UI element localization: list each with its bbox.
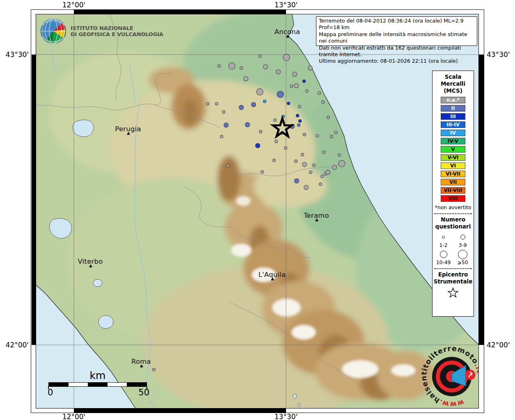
mercalli-swatch-viiviii: VII-VIII xyxy=(441,187,465,194)
coord-label-right: 43°30' xyxy=(487,50,510,59)
questionnaire-circle-icon xyxy=(458,250,467,259)
questionnaire-class-label: 10-49 xyxy=(436,260,451,265)
questionnaires-title-line1: Numero xyxy=(435,216,471,223)
coord-label-left: 42°00' xyxy=(2,341,29,349)
map-outer-border xyxy=(31,9,484,413)
questionnaire-key-row: 10-49⩾50 xyxy=(434,249,472,265)
epicenter-title-line2: Strumentale xyxy=(434,278,473,285)
earthquake-info-box: Terremoto del 08-04-2012 08:36:24 (ora l… xyxy=(316,16,477,46)
ingv-name-line2: DI GEOFISICA E VULCANOLOGIA xyxy=(71,31,163,38)
questionnaire-circle-box xyxy=(460,232,465,242)
info-line-data-source: Dati non verificati estratti da 162 ques… xyxy=(319,45,474,58)
coord-label-bottom: 13°30' xyxy=(275,413,298,420)
mercalli-swatch-viii: VIII xyxy=(441,195,465,202)
questionnaires-title-line2: questionari xyxy=(435,223,471,230)
ingv-globe-icon xyxy=(39,17,67,45)
scale-bar: km 0 50 xyxy=(48,370,147,397)
questionnaire-class-label: 1-2 xyxy=(439,242,447,248)
mercalli-swatch-vvi: V-VI xyxy=(441,154,465,161)
coord-label-right: 42°00' xyxy=(487,341,510,349)
coord-label-left: 43°30' xyxy=(2,50,29,59)
questionnaire-circle-box xyxy=(440,249,447,260)
legend-title-line3: (MCS) xyxy=(441,87,465,94)
coord-label-top: 13°30' xyxy=(275,1,298,9)
questionnaire-class-label: ⩾50 xyxy=(458,260,468,265)
mercalli-swatch-iv: IV xyxy=(441,130,465,136)
seismic-intensity-map-page: ? www.haisentitoilterremoto.it AnconaPer… xyxy=(0,0,515,420)
questionnaire-key-cell: ⩾50 xyxy=(453,249,472,265)
legend-divider-2 xyxy=(434,268,472,269)
legend-star-icon xyxy=(447,287,459,299)
info-line-map-type: Mappa preliminare delle intensità macros… xyxy=(319,31,474,45)
ingv-name-line1: ISTITUTO NAZIONALE xyxy=(71,25,163,32)
questionnaire-key-row: 1-23-9 xyxy=(434,232,472,248)
frame-segment-left xyxy=(32,55,36,345)
info-line-updated: Ultimo aggiornamento: 08-01-2026 22:11 (… xyxy=(319,58,474,64)
questionnaire-key-cell: 10-49 xyxy=(434,249,453,265)
legend-footnote: *non avvertito xyxy=(435,205,471,210)
questionnaire-class-label: 3-9 xyxy=(458,242,467,248)
mercalli-swatch-vii: VII xyxy=(441,179,465,185)
questionnaire-circle-icon xyxy=(460,235,465,240)
mercalli-swatch-na: n.a.* xyxy=(441,97,465,103)
scale-bar-start: 0 xyxy=(48,388,53,397)
frame-segment-bottom xyxy=(74,408,286,413)
questionnaire-key-cell: 1-2 xyxy=(434,232,453,248)
frame-segment-right xyxy=(479,55,484,345)
scale-bar-end: 50 xyxy=(138,388,149,397)
questionnaire-circle-icon xyxy=(440,251,447,258)
mercalli-scale-swatches: n.a.*IIIIIIII-IVIVIV-VVV-VIVIVI-VIIVIIVI… xyxy=(441,97,465,202)
ingv-logo: ISTITUTO NAZIONALE DI GEOFISICA E VULCAN… xyxy=(39,17,163,45)
questionnaire-circle-box xyxy=(458,249,467,260)
legend-title-line2: Mercalli xyxy=(441,80,465,87)
mercalli-swatch-ii: II xyxy=(441,105,465,112)
scale-bar-segments xyxy=(48,382,147,387)
coord-label-bottom: 12°00' xyxy=(62,413,85,420)
mercalli-swatch-v: V xyxy=(441,146,465,153)
legend-panel: Scala Mercalli (MCS) n.a.*IIIIIIII-IVIVI… xyxy=(432,71,474,317)
mercalli-swatch-ivv: IV-V xyxy=(441,138,465,144)
questionnaire-circle-icon xyxy=(442,236,445,239)
mercalli-swatch-vi: VI xyxy=(441,162,465,169)
mercalli-swatch-iiiiv: III-IV xyxy=(441,121,465,128)
questionnaire-size-key: 1-23-910-49⩾50 xyxy=(434,232,472,265)
questionnaire-circle-box xyxy=(442,232,445,242)
coord-label-top: 12°00' xyxy=(62,1,85,9)
legend-divider xyxy=(434,213,472,214)
mercalli-swatch-vivii: VI-VII xyxy=(441,171,465,177)
frame-segment-top xyxy=(74,10,286,14)
mercalli-swatch-iii: III xyxy=(441,113,465,120)
questionnaire-key-cell: 3-9 xyxy=(453,232,472,248)
scale-bar-unit: km xyxy=(48,370,147,381)
legend-title-line1: Scala xyxy=(441,73,465,80)
epicenter-title-line1: Epicentro xyxy=(434,271,473,278)
info-line-event: Terremoto del 08-04-2012 08:36:24 (ora l… xyxy=(319,18,474,31)
